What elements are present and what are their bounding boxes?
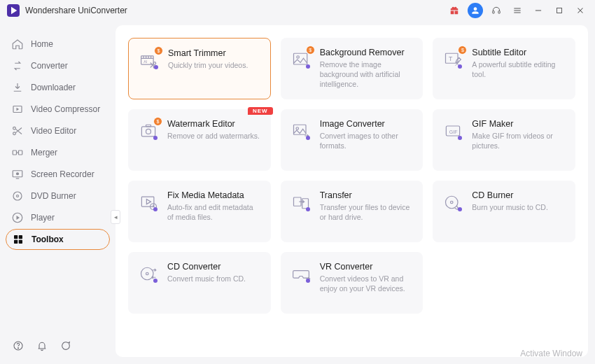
tool-grid: AI$Smart TrimmerQuickly trim your videos… <box>128 38 575 314</box>
cd-burner-icon <box>442 192 463 213</box>
tool-card-transfer[interactable]: TransferTransfer your files to device or… <box>281 181 424 242</box>
sidebar: Home Converter Downloader Video Compress… <box>0 21 115 364</box>
tool-card-fix-media-metadata[interactable]: Fix Media MetadataAuto-fix and edit meta… <box>128 181 271 242</box>
sidebar-item-home[interactable]: Home <box>6 34 110 55</box>
tool-card-title: Transfer <box>320 190 414 200</box>
help-icon[interactable] <box>13 340 24 351</box>
tool-card-desc: Convert videos to VR and enjoy on your V… <box>320 274 414 293</box>
content-panel: AI$Smart TrimmerQuickly trim your videos… <box>115 25 588 357</box>
svg-point-9 <box>17 173 19 175</box>
tool-card-image-converter[interactable]: Image ConverterConvert images to other f… <box>281 109 424 171</box>
svg-point-21 <box>153 62 156 65</box>
tool-card-subtitle-editor[interactable]: T$Subtitle EditorA powerful subtitle edi… <box>433 38 575 99</box>
accent-dot-icon <box>306 207 310 211</box>
svg-point-24 <box>297 56 300 59</box>
sidebar-item-label: Home <box>31 39 53 49</box>
sidebar-item-label: Video Compressor <box>31 104 100 114</box>
converter-icon <box>11 59 24 72</box>
app-title: Wondershare UniConverter <box>25 6 127 15</box>
tool-card-vr-converter[interactable]: VR ConverterConvert videos to VR and enj… <box>281 252 424 314</box>
tool-card-watermark-editor[interactable]: $Watermark EditorRemove or add watermark… <box>128 109 271 171</box>
user-avatar-icon[interactable] <box>468 3 483 18</box>
tool-card-smart-trimmer[interactable]: AI$Smart TrimmerQuickly trim your videos… <box>128 38 271 99</box>
menu-icon[interactable] <box>510 3 525 18</box>
tool-card-desc: Burn your music to CD. <box>472 202 548 212</box>
download-icon <box>11 81 24 94</box>
tool-card-title: VR Converter <box>320 262 414 272</box>
tool-card-desc: Convert music from CD. <box>167 274 246 284</box>
svg-text:GIF: GIF <box>449 130 458 134</box>
screen-recorder-icon <box>11 168 24 181</box>
tool-card-title: CD Converter <box>167 262 246 272</box>
transfer-icon <box>290 192 312 213</box>
sidebar-item-video-editor[interactable]: Video Editor <box>6 120 110 141</box>
svg-point-40 <box>141 267 154 280</box>
premium-coin-badge-icon: $ <box>306 46 315 55</box>
tool-card-desc: Remove the image background with artific… <box>320 59 414 90</box>
tool-card-title: CD Burner <box>472 190 548 200</box>
tool-card-desc: Auto-fix and edit metadata of media file… <box>167 202 261 222</box>
svg-rect-14 <box>19 235 22 239</box>
sidebar-item-player[interactable]: Player <box>6 207 110 228</box>
chat-icon[interactable] <box>60 340 71 351</box>
svg-rect-27 <box>141 127 155 136</box>
svg-point-28 <box>146 129 151 134</box>
svg-rect-15 <box>14 240 18 244</box>
sidebar-item-label: Video Editor <box>31 126 76 136</box>
background-remover-icon: $ <box>290 49 312 70</box>
headset-icon[interactable] <box>489 3 504 18</box>
svg-point-18 <box>18 348 18 349</box>
gift-icon[interactable] <box>447 3 462 18</box>
tool-card-desc: Transfer your files to device or hard dr… <box>320 202 414 222</box>
sidebar-item-compressor[interactable]: Video Compressor <box>6 99 110 120</box>
svg-point-11 <box>17 195 19 197</box>
minimize-icon[interactable] <box>531 3 546 18</box>
tool-card-background-remover[interactable]: $Background RemoverRemove the image back… <box>281 38 424 99</box>
tool-card-cd-burner[interactable]: CD BurnerBurn your music to CD. <box>433 181 575 242</box>
os-watermark: Activate Window <box>520 349 582 358</box>
smart-trimmer-icon: AI$ <box>139 50 160 71</box>
svg-point-38 <box>446 196 458 209</box>
bell-icon[interactable] <box>36 340 48 351</box>
sidebar-item-downloader[interactable]: Downloader <box>6 77 110 98</box>
sidebar-item-dvd-burner[interactable]: DVD Burner <box>6 186 110 206</box>
tool-card-title: Fix Media Metadata <box>167 190 261 200</box>
sidebar-item-merger[interactable]: Merger <box>6 142 110 163</box>
tool-card-gif-maker[interactable]: GIFGIF MakerMake GIF from videos or pict… <box>433 109 575 171</box>
vr-converter-icon <box>290 263 312 284</box>
home-icon <box>11 38 24 50</box>
image-converter-icon <box>290 120 312 141</box>
sidebar-item-label: DVD Burner <box>31 191 76 201</box>
tool-card-title: Image Converter <box>320 119 414 129</box>
premium-coin-badge-icon: $ <box>154 46 163 55</box>
svg-rect-34 <box>141 197 154 206</box>
accent-dot-icon <box>153 207 158 211</box>
accent-dot-icon <box>306 64 310 69</box>
sidebar-item-converter[interactable]: Converter <box>6 55 110 76</box>
sidebar-item-label: Converter <box>31 61 68 71</box>
maximize-icon[interactable] <box>552 3 567 18</box>
tool-card-title: GIF Maker <box>472 119 566 129</box>
accent-dot-icon <box>153 136 158 140</box>
compressor-icon <box>11 103 24 115</box>
close-icon[interactable] <box>573 3 588 18</box>
titlebar: Wondershare UniConverter <box>0 0 595 21</box>
tool-card-title: Subtitle Editor <box>472 48 566 57</box>
sidebar-item-toolbox[interactable]: Toolbox <box>6 229 110 250</box>
svg-rect-13 <box>14 235 18 239</box>
tool-card-desc: Make GIF from videos or pictures. <box>472 131 566 150</box>
subtitle-editor-icon: T$ <box>442 49 463 70</box>
svg-rect-1 <box>498 11 500 13</box>
accent-dot-icon <box>306 136 310 140</box>
sidebar-item-screen-recorder[interactable]: Screen Recorder <box>6 164 110 185</box>
gif-maker-icon: GIF <box>442 120 463 141</box>
sidebar-collapse-handle[interactable]: ◂ <box>111 210 120 224</box>
premium-coin-badge-icon: $ <box>458 46 467 55</box>
svg-rect-29 <box>146 125 151 127</box>
fix-media-metadata-icon <box>138 192 159 213</box>
sidebar-item-label: Screen Recorder <box>31 169 94 179</box>
svg-text:T: T <box>449 55 453 62</box>
tool-card-cd-converter[interactable]: CD ConverterConvert music from CD. <box>128 252 271 314</box>
svg-point-41 <box>146 272 149 275</box>
merger-icon <box>11 146 24 159</box>
